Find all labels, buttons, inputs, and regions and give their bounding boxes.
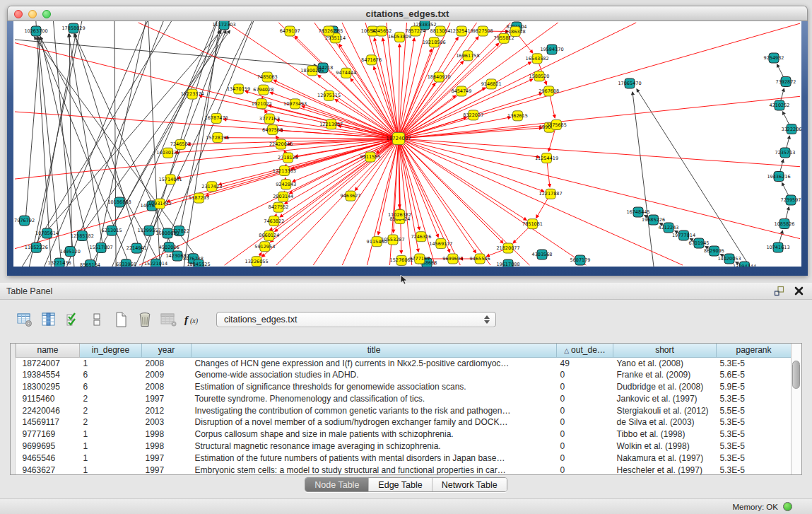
tab-network-table[interactable]: Network Table xyxy=(432,478,507,491)
table-cell[interactable]: Yano et al. (2008) xyxy=(613,357,717,369)
table-cell[interactable]: 5.3E-5 xyxy=(717,452,792,464)
table-cell[interactable]: 5.3E-5 xyxy=(717,416,792,428)
table-cell[interactable]: 5.3E-5 xyxy=(717,392,792,404)
table-cell[interactable]: Estimation of significance thresholds fo… xyxy=(192,381,557,393)
table-cell[interactable]: 5.5E-5 xyxy=(717,404,792,416)
table-cell[interactable]: Investigating the contribution of common… xyxy=(192,404,557,416)
table-cell[interactable]: 0 xyxy=(557,404,613,416)
table-cell[interactable]: Wolkin et al. (1998) xyxy=(613,440,717,452)
table-cell[interactable]: Franke et al. (2009) xyxy=(613,369,717,381)
table-cell[interactable]: 0 xyxy=(557,392,613,404)
column-header-title[interactable]: title xyxy=(192,344,557,357)
table-cell[interactable]: Jankovic et al. (1997) xyxy=(613,392,717,404)
table-cell[interactable]: 0 xyxy=(557,416,613,428)
close-panel-icon[interactable] xyxy=(794,286,804,296)
table-cell[interactable]: 2009 xyxy=(142,369,192,381)
table-cell[interactable]: 6 xyxy=(80,381,142,393)
table-cell[interactable]: 14569117 xyxy=(16,416,80,428)
table-cell[interactable]: 1998 xyxy=(142,440,192,452)
table-cell[interactable]: 1 xyxy=(80,452,142,464)
table-cell[interactable]: 5.3E-5 xyxy=(717,357,792,369)
table-cell[interactable]: 5.3E-5 xyxy=(717,428,792,440)
table-vertical-scrollbar[interactable] xyxy=(791,344,801,474)
table-row[interactable]: 1872400712008Changes of HCN gene express… xyxy=(16,357,792,369)
table-cell[interactable]: Corpus callosum shape and size in male p… xyxy=(192,428,557,440)
table-cell[interactable]: Estimation of the future numbers of pati… xyxy=(192,452,557,464)
table-row[interactable]: 2242004622012Investigating the contribut… xyxy=(16,404,792,416)
table-cell[interactable]: Embryonic stem cells: a model to study s… xyxy=(192,464,557,474)
table-cell[interactable]: 5.9E-5 xyxy=(717,381,792,393)
table-cell[interactable]: de Silva et al. (2003) xyxy=(613,416,717,428)
table-row[interactable]: 946554611997Estimation of the future num… xyxy=(16,452,792,464)
table-cell[interactable]: 1997 xyxy=(142,392,192,404)
table-cell[interactable]: 9115460 xyxy=(16,392,80,404)
table-cell[interactable]: Genome-wide association studies in ADHD. xyxy=(192,369,557,381)
table-cell[interactable]: 18724007 xyxy=(16,357,80,369)
network-window-titlebar[interactable]: citations_edges.txt xyxy=(7,6,808,21)
table-row[interactable]: 969969511998Structural magnetic resonanc… xyxy=(16,440,792,452)
table-cell[interactable]: 2 xyxy=(80,392,142,404)
column-header-short[interactable]: short xyxy=(613,344,717,357)
table-row[interactable]: 911546021997Tourette syndrome. Phenomeno… xyxy=(16,392,792,404)
table-cell[interactable]: 0 xyxy=(557,381,613,393)
table-cell[interactable]: 1998 xyxy=(142,428,192,440)
table-cell[interactable]: Stergiakouli et al. (2012) xyxy=(613,404,717,416)
table-cell[interactable]: Nakamura et al. (1997) xyxy=(613,452,717,464)
table-cell[interactable]: 49 xyxy=(557,357,613,369)
show-column-visibility-icon[interactable] xyxy=(38,309,59,330)
table-row[interactable]: 1456911722003Disruption of a novel membe… xyxy=(16,416,792,428)
table-cell[interactable]: 1 xyxy=(80,357,142,369)
column-header-name[interactable]: name xyxy=(16,344,80,357)
select-all-rows-icon[interactable] xyxy=(62,309,83,330)
column-header-out_degree[interactable]: △out_de… xyxy=(557,344,613,357)
table-selector-dropdown[interactable]: citations_edges.txt xyxy=(216,312,496,327)
tab-node-table[interactable]: Node Table xyxy=(305,478,368,491)
table-cell[interactable]: 0 xyxy=(557,452,613,464)
table-cell[interactable]: Tourette syndrome. Phenomenology and cla… xyxy=(192,392,557,404)
table-cell[interactable]: Structural magnetic resonance image aver… xyxy=(192,440,557,452)
table-row[interactable]: 977716911998Corpus callosum shape and si… xyxy=(16,428,792,440)
table-cell[interactable]: 1 xyxy=(80,464,142,474)
table-cell[interactable]: 2003 xyxy=(142,416,192,428)
table-cell[interactable]: 0 xyxy=(557,369,613,381)
network-graph-canvas[interactable]: 1026370017858029111723031344218862736512… xyxy=(13,21,801,267)
table-cell[interactable]: 2008 xyxy=(142,381,192,393)
table-cell[interactable]: 19384554 xyxy=(16,369,80,381)
table-cell[interactable]: 6 xyxy=(80,369,142,381)
table-cell[interactable]: 9699695 xyxy=(16,440,80,452)
table-cell[interactable]: 9777169 xyxy=(16,428,80,440)
table-cell[interactable]: 2008 xyxy=(142,357,192,369)
function-builder-icon[interactable]: f(x) xyxy=(182,309,204,330)
table-cell[interactable]: Hescheler et al. (1997) xyxy=(613,464,717,474)
table-cell[interactable]: 1997 xyxy=(142,452,192,464)
table-cell[interactable]: 5.3E-5 xyxy=(717,464,792,474)
column-header-in_degree[interactable]: in_degree xyxy=(80,344,142,357)
citation-network-graph[interactable]: 1026370017858029111723031344218862736512… xyxy=(13,21,801,267)
table-cell[interactable]: 9465546 xyxy=(16,452,80,464)
table-cell[interactable]: 0 xyxy=(557,428,613,440)
table-options-icon[interactable] xyxy=(14,309,35,330)
table-cell[interactable]: Changes of HCN gene expression and I(f) … xyxy=(192,357,557,369)
table-cell[interactable]: 5.6E-5 xyxy=(717,369,792,381)
table-cell[interactable]: 2012 xyxy=(142,404,192,416)
create-new-table-icon[interactable] xyxy=(110,309,131,330)
delete-table-icon[interactable] xyxy=(134,309,155,330)
tab-edge-table[interactable]: Edge Table xyxy=(368,478,431,491)
table-cell[interactable]: Tibbo et al. (1998) xyxy=(613,428,717,440)
table-cell[interactable]: 18300295 xyxy=(16,381,80,393)
table-row[interactable]: 1938455462009Genome-wide association stu… xyxy=(16,369,792,381)
table-cell[interactable]: 0 xyxy=(557,464,613,474)
table-cell[interactable]: 2 xyxy=(80,416,142,428)
column-header-pagerank[interactable]: pagerank xyxy=(717,344,792,357)
table-cell[interactable]: 1997 xyxy=(142,464,192,474)
scrollbar-thumb[interactable] xyxy=(792,361,800,389)
float-panel-icon[interactable] xyxy=(774,286,784,296)
memory-ok-indicator[interactable] xyxy=(783,502,792,511)
table-cell[interactable]: 2 xyxy=(80,404,142,416)
table-cell[interactable]: 22420046 xyxy=(16,404,80,416)
row-height-icon[interactable] xyxy=(86,309,107,330)
table-cell[interactable]: 9463627 xyxy=(16,464,80,474)
table-cell[interactable]: 0 xyxy=(557,440,613,452)
table-cell[interactable]: 5.3E-5 xyxy=(717,440,792,452)
table-cell[interactable]: 1 xyxy=(80,428,142,440)
